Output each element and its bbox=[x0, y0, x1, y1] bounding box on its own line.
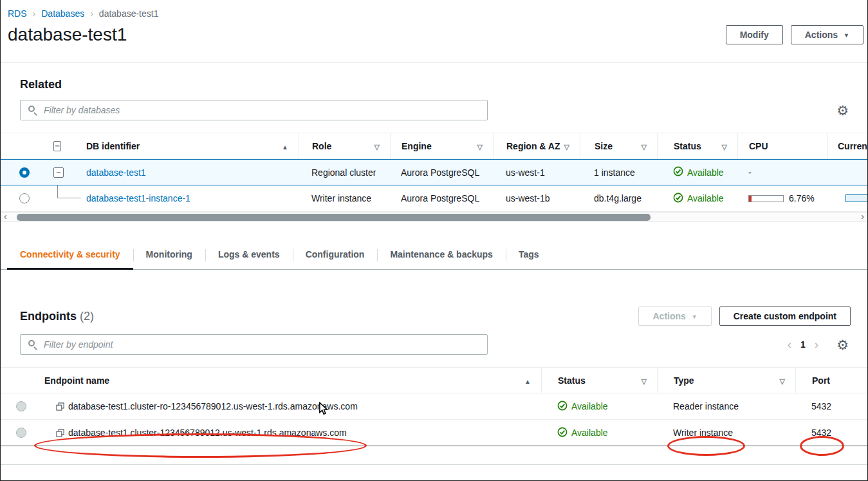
header-actions: Modify Actions bbox=[726, 24, 863, 44]
endpoints-table: Endpoint name Status Type Port database-… bbox=[1, 367, 867, 446]
bottom-divider bbox=[1, 464, 867, 465]
status-cell: Available bbox=[657, 160, 737, 185]
collapse-all-button[interactable] bbox=[48, 133, 71, 158]
current-activity-cell bbox=[827, 160, 867, 185]
row-radio-disabled[interactable] bbox=[16, 428, 26, 438]
column-label: DB identifier bbox=[86, 141, 140, 151]
column-header-current: Current bbox=[827, 133, 867, 158]
endpoints-actions-button[interactable]: Actions bbox=[638, 307, 711, 326]
endpoints-filter-row: 1 bbox=[20, 334, 849, 355]
related-section: Related DB identifier Role Engine Region… bbox=[1, 62, 867, 222]
copy-icon[interactable] bbox=[56, 402, 64, 411]
endpoint-row-writer[interactable]: database-test1.cluster-123456789012.us-w… bbox=[1, 420, 867, 446]
status-text: Available bbox=[571, 428, 608, 438]
related-title: Related bbox=[1, 62, 867, 91]
column-header-cpu: CPU bbox=[737, 133, 827, 158]
db-identifier-link[interactable]: database-test1-instance-1 bbox=[86, 193, 190, 203]
cpu-usage-bar bbox=[748, 195, 784, 202]
column-header-db-identifier[interactable]: DB identifier bbox=[71, 133, 299, 158]
filter-caret-icon bbox=[374, 141, 380, 151]
pagination-next-icon[interactable] bbox=[815, 339, 818, 350]
status-cell: Available bbox=[541, 420, 657, 446]
breadcrumb-separator-icon bbox=[84, 8, 99, 19]
scroll-right-icon[interactable] bbox=[861, 211, 864, 222]
column-header-role[interactable]: Role bbox=[299, 133, 390, 158]
scroll-left-icon[interactable] bbox=[4, 211, 7, 222]
status-text: Available bbox=[687, 167, 724, 178]
endpoint-name-text: database-test1.cluster-ro-123456789012.u… bbox=[68, 401, 358, 411]
tab-configuration[interactable]: Configuration bbox=[293, 241, 378, 269]
modify-button-label: Modify bbox=[740, 30, 769, 40]
endpoint-row-reader[interactable]: database-test1.cluster-ro-123456789012.u… bbox=[1, 393, 867, 420]
endpoint-name-text: database-test1.cluster-123456789012.us-w… bbox=[68, 428, 347, 438]
column-header-engine[interactable]: Engine bbox=[390, 133, 493, 158]
collapse-row-icon[interactable] bbox=[53, 167, 64, 178]
create-custom-endpoint-button[interactable]: Create custom endpoint bbox=[719, 307, 851, 326]
related-table-header: DB identifier Role Engine Region & AZ Si… bbox=[1, 133, 867, 159]
column-header-type[interactable]: Type bbox=[657, 368, 795, 393]
tab-logs-events[interactable]: Logs & events bbox=[205, 241, 293, 269]
pagination-previous-icon[interactable] bbox=[788, 339, 791, 350]
column-header-endpoint-name[interactable]: Endpoint name bbox=[42, 368, 541, 393]
pagination: 1 bbox=[788, 339, 818, 350]
role-cell: Regional cluster bbox=[299, 160, 390, 185]
pagination-page-1[interactable]: 1 bbox=[800, 339, 806, 350]
gear-icon bbox=[836, 342, 849, 352]
copy-icon[interactable] bbox=[56, 429, 64, 437]
table-row-instance[interactable]: database-test1-instance-1 Writer instanc… bbox=[1, 185, 867, 212]
column-label: Status bbox=[558, 375, 586, 386]
sort-ascending-icon bbox=[524, 375, 531, 386]
page-header: database-test1 Modify Actions bbox=[1, 19, 867, 46]
tab-tags[interactable]: Tags bbox=[506, 241, 552, 269]
cpu-cell: - bbox=[737, 160, 827, 185]
column-header-port: Port bbox=[795, 368, 867, 393]
type-cell: Writer instance bbox=[657, 420, 795, 446]
breadcrumb-databases[interactable]: Databases bbox=[41, 8, 84, 19]
column-header-status[interactable]: Status bbox=[657, 133, 737, 158]
endpoints-actions-label: Actions bbox=[652, 311, 685, 321]
cpu-percent-text: 6.76% bbox=[789, 193, 815, 203]
rds-console-page: RDSDatabasesdatabase-test1 database-test… bbox=[0, 0, 868, 481]
related-preferences-button[interactable] bbox=[836, 104, 849, 117]
status-cell: Available bbox=[541, 393, 657, 419]
endpoints-filter-input[interactable] bbox=[20, 334, 488, 355]
gear-icon bbox=[836, 108, 849, 117]
filter-caret-icon bbox=[477, 141, 483, 151]
horizontal-scrollbar[interactable] bbox=[1, 212, 867, 222]
actions-button[interactable]: Actions bbox=[791, 25, 863, 44]
tab-monitoring[interactable]: Monitoring bbox=[133, 241, 205, 269]
row-radio-disabled[interactable] bbox=[16, 401, 26, 411]
endpoints-header: Endpoints (2) Actions Create custom endp… bbox=[20, 307, 851, 326]
related-filter bbox=[20, 100, 488, 120]
breadcrumb-rds[interactable]: RDS bbox=[8, 8, 27, 19]
filter-caret-icon bbox=[642, 375, 647, 386]
role-cell: Writer instance bbox=[299, 185, 390, 211]
filter-caret-icon bbox=[642, 141, 647, 151]
row-radio[interactable] bbox=[19, 193, 30, 203]
table-row-cluster[interactable]: database-test1 Regional cluster Aurora P… bbox=[1, 159, 867, 185]
column-header-region-az[interactable]: Region & AZ bbox=[493, 133, 580, 158]
modify-button[interactable]: Modify bbox=[726, 25, 783, 44]
endpoints-section: Endpoints (2) Actions Create custom endp… bbox=[1, 307, 867, 446]
related-filter-input[interactable] bbox=[20, 100, 488, 120]
column-header-status[interactable]: Status bbox=[541, 368, 657, 393]
tree-connector bbox=[57, 185, 81, 198]
breadcrumb-separator-icon bbox=[27, 8, 42, 19]
column-header-size[interactable]: Size bbox=[580, 133, 657, 158]
search-icon bbox=[28, 340, 35, 346]
caret-down-icon bbox=[838, 30, 849, 40]
row-radio-selected[interactable] bbox=[19, 167, 30, 178]
column-label: Engine bbox=[402, 141, 432, 151]
engine-cell: Aurora PostgreSQL bbox=[390, 160, 493, 185]
column-label: CPU bbox=[749, 141, 768, 151]
engine-cell: Aurora PostgreSQL bbox=[390, 185, 493, 211]
tab-maintenance-backups[interactable]: Maintenance & backups bbox=[377, 241, 506, 269]
filter-caret-icon bbox=[780, 375, 785, 386]
page-title: database-test1 bbox=[8, 24, 127, 46]
scrollbar-thumb[interactable] bbox=[17, 214, 651, 221]
status-available-icon bbox=[673, 193, 683, 205]
tab-connectivity-security[interactable]: Connectivity & security bbox=[7, 241, 133, 269]
port-cell: 5432 bbox=[795, 420, 867, 446]
db-identifier-link[interactable]: database-test1 bbox=[86, 167, 146, 178]
endpoints-preferences-button[interactable] bbox=[836, 338, 849, 352]
